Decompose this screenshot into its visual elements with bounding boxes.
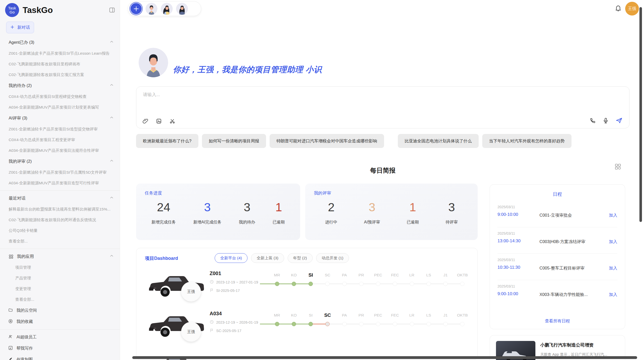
vertical-scrollbar[interactable] — [639, 7, 642, 222]
milestone-connector — [429, 324, 445, 324]
sidebar-item[interactable]: A034-全新新能源MUV产品开发项目计划变更表编写 — [0, 102, 120, 113]
milestone-SI: SI — [302, 311, 319, 329]
milestone-dot — [309, 322, 313, 326]
sidebar-link-star-badge-icon[interactable]: 我的收藏 — [0, 316, 120, 327]
chevron-up-icon[interactable] — [110, 116, 114, 121]
recent-conversation-item[interactable]: 解释最新出台的欧盟报废车法规再生塑料比例被调至15%... — [0, 204, 120, 215]
sidebar-link-cloud-folder-icon[interactable]: 我的云空间 — [0, 305, 120, 316]
sidebar-section-header[interactable]: 我的评审 (2) — [0, 156, 120, 167]
dashboard-filter[interactable]: 动总开发 (1) — [316, 253, 349, 263]
chevron-up-icon[interactable] — [110, 254, 114, 259]
milestone-track: MRKOSISCPAPRPECFECLRLSJ1OKTB — [269, 271, 471, 289]
suggestion-chip[interactable]: 特朗普可能对进口汽车增税会对中国车企造成哪些影响 — [270, 134, 384, 148]
logo-line-2: Go — [9, 10, 14, 14]
project-row: 王强A0342023-12-19 ~ 2026-01-19SC-2025-05-… — [136, 308, 477, 348]
sidebar-tool-quill-icon[interactable]: 创意制图 — [0, 354, 120, 360]
stat-cell: 3我的待办 — [239, 201, 255, 225]
app-item[interactable]: 产品管理 — [0, 273, 120, 283]
milestone-PR: PR — [353, 311, 370, 329]
plus-icon — [10, 25, 14, 30]
attachment-icon[interactable] — [142, 118, 148, 124]
milestone-dot — [325, 322, 330, 326]
milestone-PA: PA — [336, 271, 353, 289]
milestone-LS: LS — [420, 311, 437, 329]
send-icon[interactable] — [616, 117, 623, 124]
milestone-dot — [460, 282, 464, 286]
sidebar-item[interactable]: Z001-全新燃油轻卡产品开发项目SI造型提交物评审 — [0, 124, 120, 134]
dashboard-filter[interactable]: 年型 (2) — [288, 253, 313, 263]
notification-bell-icon[interactable] — [614, 4, 622, 13]
sidebar-item[interactable]: C0X4-动力总成开发项目工程变更评审 — [0, 134, 120, 145]
chevron-up-icon[interactable] — [110, 159, 114, 164]
milestone-MR: MR — [269, 311, 285, 329]
add-conversation-button[interactable] — [130, 3, 142, 15]
suggestion-chip[interactable]: 比亚迪全固态电池计划具体说了什么 — [398, 134, 479, 148]
recent-conversation-item[interactable]: 公司Q3轻卡销量 — [0, 225, 120, 236]
scissors-icon[interactable] — [169, 118, 175, 124]
section-title: 我的待办 (2) — [9, 83, 110, 88]
sidebar-item[interactable]: C02-飞腾新能源轻客改款项目立项汇报方案 — [0, 69, 120, 80]
milestone-label: SI — [302, 271, 319, 279]
user-avatar[interactable]: 王强 — [625, 2, 639, 16]
milestone-connector — [344, 324, 361, 324]
dashboard-filter[interactable]: 全新上装 (3) — [251, 253, 284, 263]
milestone-label: SC — [319, 271, 336, 279]
collapse-sidebar-icon[interactable] — [109, 7, 115, 13]
view-all-schedule-link[interactable]: 查看所有日程 — [490, 318, 625, 324]
divider — [0, 190, 120, 191]
stat-value: 24 — [151, 201, 176, 213]
chevron-up-icon[interactable] — [110, 196, 114, 201]
sidebar-item[interactable]: A034-全新新能源MUV产品开发项目造型可行性评审 — [0, 178, 120, 188]
milestone-dot — [325, 282, 330, 286]
microphone-icon[interactable] — [603, 117, 609, 124]
suggestion-chip[interactable]: 如何写一份清晰的项目周报 — [202, 134, 266, 148]
join-meeting-link[interactable]: 加入 — [609, 292, 617, 297]
milestone-connector — [294, 283, 311, 284]
view-all-link[interactable]: 查看全部... — [0, 236, 120, 247]
recent-conversation-item[interactable]: C02-飞腾新能源轻客改款项目的闭环通告反馈情况 — [0, 215, 120, 225]
milestone-connector — [446, 324, 462, 324]
chevron-up-icon[interactable] — [110, 40, 114, 45]
avatar[interactable] — [145, 3, 157, 15]
phone-call-icon[interactable] — [590, 117, 596, 124]
sidebar-section-header[interactable]: AI评审 (3) — [0, 113, 120, 124]
milestone-SI: SI — [302, 271, 319, 289]
new-chat-button[interactable]: 新对话 — [6, 22, 34, 33]
avatar[interactable] — [176, 3, 188, 15]
dashboard-filter[interactable]: 全新平台 (4) — [215, 253, 247, 263]
join-meeting-link[interactable]: 加入 — [609, 213, 617, 218]
app-item[interactable]: 项目管理 — [0, 262, 120, 273]
milestone-dot — [427, 322, 431, 326]
sidebar-item[interactable]: C02-飞腾新能源轻客改款项目里程碑画布 — [0, 59, 120, 69]
view-all-link[interactable]: 查看全部... — [0, 294, 120, 305]
sidebar-apps-header[interactable]: 我的应用 — [0, 251, 120, 262]
milestone-connector — [412, 324, 429, 324]
sidebar-section-header[interactable]: 我的待办 (2) — [0, 80, 120, 91]
sidebar-item[interactable]: Z001-全新燃油轻卡产品开发项目SI节点属性5D文件评审 — [0, 167, 120, 178]
chevron-up-icon[interactable] — [110, 83, 114, 88]
join-meeting-link[interactable]: 加入 — [609, 265, 617, 271]
milestone-connector — [429, 283, 445, 284]
suggestion-chip[interactable]: 当下年轻人对汽车外观有怎样的喜好趋势 — [482, 134, 572, 148]
sidebar-section-header[interactable]: Agent已办 (3) — [0, 37, 120, 48]
sidebar-tools: AI超级员工帮我写作创意制图 — [0, 332, 120, 360]
milestone-connector — [395, 283, 412, 284]
sidebar-tool-writing-icon[interactable]: 帮我写作 — [0, 343, 120, 354]
sidebar-item[interactable]: Z001-全新燃油皮卡产品开发项目SI节点Lesson Learn报告 — [0, 48, 120, 59]
milestone-connector — [395, 324, 412, 324]
image-icon[interactable] — [156, 118, 162, 124]
sidebar-tool-ai-staff-icon[interactable]: AI超级员工 — [0, 332, 120, 343]
stat-cell: 1已逾期 — [407, 201, 419, 225]
clock-icon — [210, 320, 214, 325]
join-meeting-link[interactable]: 加入 — [609, 239, 617, 245]
chat-input[interactable] — [142, 92, 525, 98]
avatar[interactable] — [161, 3, 173, 15]
layout-grid-icon[interactable] — [614, 163, 621, 171]
sidebar-recent-header[interactable]: 最近对话 — [0, 193, 120, 204]
sidebar-item[interactable]: C0X4-动力总成开发项目SI里程碑提交物检查 — [0, 91, 120, 102]
sidebar-item[interactable]: A034-全新新能源MUV产品开发项目法规符合性评审 — [0, 145, 120, 156]
stat-value: 3 — [364, 201, 380, 213]
suggestion-chip[interactable]: 欧洲新规最近颁布了什么? — [136, 134, 198, 148]
horizontal-scrollbar[interactable] — [132, 356, 637, 359]
app-item[interactable]: 变更管理 — [0, 283, 120, 294]
